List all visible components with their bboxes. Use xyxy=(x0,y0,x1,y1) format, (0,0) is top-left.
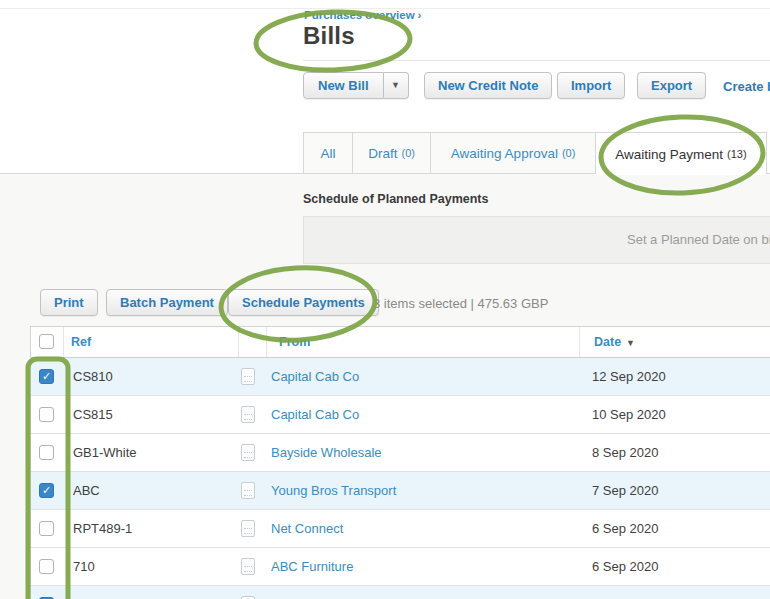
column-divider xyxy=(63,327,64,357)
row-checkbox[interactable]: ✓ xyxy=(39,407,54,422)
table-header-row: ✓ Ref From Date▼ xyxy=(31,327,770,358)
bill-date: 6 Sep 2020 xyxy=(592,548,659,585)
create-batch-link[interactable]: Create b xyxy=(723,79,770,94)
bill-date: 6 Sep 2020 xyxy=(592,510,659,547)
bill-ref: CS810 xyxy=(73,358,113,395)
bill-date: 12 Sep 2020 xyxy=(592,358,666,395)
tab-count: (0) xyxy=(562,147,575,159)
new-credit-note-button[interactable]: New Credit Note xyxy=(424,72,552,99)
import-button[interactable]: Import xyxy=(557,72,625,99)
new-bill-split-button[interactable]: New Bill ▼ xyxy=(303,72,409,99)
schedule-heading: Schedule of Planned Payments xyxy=(303,192,488,206)
bill-from-link[interactable]: Capital Cab Co xyxy=(271,358,359,395)
new-bill-button[interactable]: New Bill xyxy=(303,72,384,99)
export-button[interactable]: Export xyxy=(637,72,706,99)
bill-date: 8 Sep 2020 xyxy=(592,434,659,471)
column-divider xyxy=(579,327,580,357)
tab-draft[interactable]: Draft (0) xyxy=(353,133,432,173)
table-row[interactable]: ✓ RPT445-1 PowerDirect 4 Sep 2020 xyxy=(31,586,770,599)
document-icon[interactable] xyxy=(241,558,255,575)
bill-from-link[interactable]: ABC Furniture xyxy=(271,548,353,585)
document-icon[interactable] xyxy=(241,520,255,537)
tab-awaiting-payment[interactable]: Awaiting Payment (13) xyxy=(596,133,766,175)
page-title: Bills xyxy=(303,22,355,50)
schedule-hint-text: Set a Planned Date on bills to xyxy=(627,232,770,247)
document-icon[interactable] xyxy=(241,368,255,385)
bills-page: Purchases overview› Bills New Bill ▼ New… xyxy=(0,0,770,599)
tab-count: (13) xyxy=(727,148,747,160)
bill-ref: 710 xyxy=(73,548,95,585)
bills-table: ✓ Ref From Date▼ ✓ CS810 Capital Cab Co … xyxy=(30,326,770,599)
select-all-checkbox[interactable]: ✓ xyxy=(39,334,54,349)
tab-awaiting-approval[interactable]: Awaiting Approval (0) xyxy=(431,133,595,173)
table-row[interactable]: ✓ ABC Young Bros Transport 7 Sep 2020 xyxy=(31,472,770,510)
bill-from-link[interactable]: Capital Cab Co xyxy=(271,396,359,433)
sort-desc-icon: ▼ xyxy=(626,338,635,348)
document-icon[interactable] xyxy=(241,444,255,461)
tab-bar: All Draft (0) Awaiting Approval (0) Awai… xyxy=(303,132,767,173)
table-row[interactable]: ✓ GB1-White Bayside Wholesale 8 Sep 2020 xyxy=(31,434,770,472)
print-button[interactable]: Print xyxy=(40,289,98,316)
bill-date: 4 Sep 2020 xyxy=(592,586,659,599)
table-row[interactable]: ✓ CS815 Capital Cab Co 10 Sep 2020 xyxy=(31,396,770,434)
title-divider xyxy=(303,60,770,61)
bill-ref: GB1-White xyxy=(73,434,137,471)
bill-ref: ABC xyxy=(73,472,100,509)
bill-date: 10 Sep 2020 xyxy=(592,396,666,433)
bill-date: 7 Sep 2020 xyxy=(592,472,659,509)
table-row[interactable]: ✓ 710 ABC Furniture 6 Sep 2020 xyxy=(31,548,770,586)
bill-ref: CS815 xyxy=(73,396,113,433)
bill-from-link[interactable]: Net Connect xyxy=(271,510,343,547)
bill-ref: RPT489-1 xyxy=(73,510,132,547)
row-checkbox[interactable]: ✓ xyxy=(39,559,54,574)
column-divider xyxy=(238,327,239,357)
column-header-from[interactable]: From xyxy=(279,327,310,357)
schedule-payments-button[interactable]: Schedule Payments xyxy=(228,289,379,316)
column-header-ref[interactable]: Ref xyxy=(71,327,91,357)
document-icon[interactable] xyxy=(241,482,255,499)
selection-status: 3 items selected | 475.63 GBP xyxy=(373,296,548,311)
bill-ref: RPT445-1 xyxy=(73,586,132,599)
bill-from-link[interactable]: Bayside Wholesale xyxy=(271,434,382,471)
checkmark-icon: ✓ xyxy=(40,484,53,497)
checkmark-icon: ✓ xyxy=(40,370,53,383)
row-checkbox[interactable]: ✓ xyxy=(39,483,54,498)
table-row[interactable]: ✓ CS810 Capital Cab Co 12 Sep 2020 xyxy=(31,358,770,396)
column-divider xyxy=(266,327,267,357)
row-checkbox[interactable]: ✓ xyxy=(39,445,54,460)
column-header-date[interactable]: Date▼ xyxy=(594,327,635,358)
batch-payment-button[interactable]: Batch Payment xyxy=(106,289,228,316)
row-checkbox[interactable]: ✓ xyxy=(39,521,54,536)
breadcrumb-label[interactable]: Purchases overview xyxy=(304,9,415,21)
tab-label: All xyxy=(320,146,335,161)
table-row[interactable]: ✓ RPT489-1 Net Connect 6 Sep 2020 xyxy=(31,510,770,548)
breadcrumb[interactable]: Purchases overview› xyxy=(304,9,421,21)
bill-from-link[interactable]: PowerDirect xyxy=(271,586,342,599)
chevron-down-icon[interactable]: ▼ xyxy=(384,72,409,99)
document-icon[interactable] xyxy=(241,406,255,423)
row-checkbox[interactable]: ✓ xyxy=(39,369,54,384)
tab-all[interactable]: All xyxy=(304,133,353,173)
tab-label: Draft xyxy=(368,146,397,161)
tab-label: Awaiting Approval xyxy=(451,146,558,161)
breadcrumb-arrow-icon: › xyxy=(418,9,422,21)
column-header-label: Date xyxy=(594,335,621,349)
tab-label: Awaiting Payment xyxy=(615,147,723,162)
bill-from-link[interactable]: Young Bros Transport xyxy=(271,472,396,509)
tab-count: (0) xyxy=(402,147,415,159)
